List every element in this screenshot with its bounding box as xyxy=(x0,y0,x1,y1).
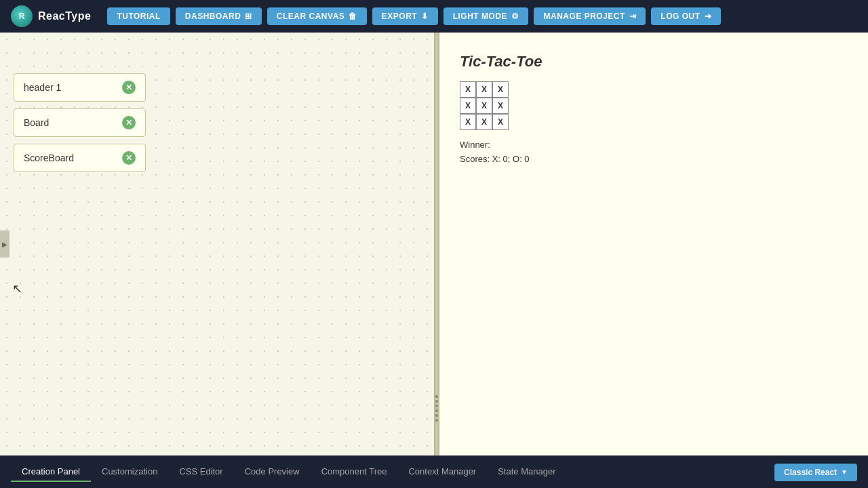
log-out-button[interactable]: LOG OUT ➜ xyxy=(651,7,721,25)
component-label-scoreboard: ScoreBoard xyxy=(24,152,74,163)
clear-canvas-button[interactable]: CLEAR CANVAS 🗑 xyxy=(267,7,367,25)
tab-code-preview[interactable]: Code Preview xyxy=(234,462,311,482)
preview-winner: Winner: xyxy=(460,140,848,150)
grid-icon: ⊞ xyxy=(245,12,252,21)
download-icon: ⬇ xyxy=(421,12,429,21)
close-icon-header1: ✕ xyxy=(125,83,132,92)
dashboard-button[interactable]: DASHBOARD ⊞ xyxy=(176,7,262,25)
logo-area: R ReacType xyxy=(11,5,91,27)
manage-project-button[interactable]: MANAGE PROJECT ⇥ xyxy=(534,7,646,25)
classic-react-button[interactable]: Classic React ▼ xyxy=(774,464,857,481)
settings-icon: ⚙ xyxy=(511,12,519,21)
divider-dot-4 xyxy=(435,409,438,412)
ttt-cell-8: X xyxy=(492,114,509,130)
divider-dot-6 xyxy=(435,419,438,422)
close-button-scoreboard[interactable]: ✕ xyxy=(122,151,136,165)
tab-customization[interactable]: Customization xyxy=(91,462,168,482)
ttt-board: X X X X X X X X X xyxy=(460,81,848,130)
component-label-header1: header 1 xyxy=(24,82,61,93)
canvas-panel[interactable]: ▶ ↖ header 1 ✕ Board ✕ ScoreBoard xyxy=(0,33,434,455)
export-button[interactable]: EXPORT ⬇ xyxy=(372,7,438,25)
tab-creation-panel[interactable]: Creation Panel xyxy=(11,462,91,482)
component-card-scoreboard[interactable]: ScoreBoard ✕ xyxy=(14,144,146,172)
bottom-bar: Creation Panel Customization CSS Editor … xyxy=(0,455,868,488)
app-name: ReacType xyxy=(38,10,91,22)
app-header: R ReacType TUTORIAL DASHBOARD ⊞ CLEAR CA… xyxy=(0,0,868,33)
filter-icon: ⇥ xyxy=(629,12,637,21)
preview-title: Tic-Tac-Toe xyxy=(460,53,848,70)
component-card-header1[interactable]: header 1 ✕ xyxy=(14,73,146,102)
tab-state-manager[interactable]: State Manager xyxy=(487,462,566,482)
divider-dot-3 xyxy=(435,405,438,407)
ttt-cell-4: X xyxy=(476,98,492,114)
close-button-board[interactable]: ✕ xyxy=(122,116,136,129)
logout-icon: ➜ xyxy=(705,12,712,21)
panel-divider[interactable] xyxy=(434,33,439,455)
ttt-cell-2: X xyxy=(492,81,509,98)
preview-scores: Scores: X: 0; O: 0 xyxy=(460,154,848,164)
tab-context-manager[interactable]: Context Manager xyxy=(397,462,487,482)
main-area: ▶ ↖ header 1 ✕ Board ✕ ScoreBoard xyxy=(0,33,868,455)
logo-icon: R xyxy=(11,5,33,27)
divider-dot-1 xyxy=(435,395,438,398)
tutorial-button[interactable]: TUTORIAL xyxy=(107,7,170,25)
ttt-cell-0: X xyxy=(460,81,476,98)
collapse-icon: ▶ xyxy=(2,241,7,248)
divider-dot-2 xyxy=(435,400,438,403)
divider-dot-5 xyxy=(435,414,438,417)
close-icon-board: ✕ xyxy=(125,118,132,127)
tab-css-editor[interactable]: CSS Editor xyxy=(168,462,233,482)
component-card-board[interactable]: Board ✕ xyxy=(14,108,146,137)
close-button-header1[interactable]: ✕ xyxy=(122,81,136,94)
preview-panel: Tic-Tac-Toe X X X X X X X X X Winner: Sc… xyxy=(439,33,868,455)
cursor-indicator: ↖ xyxy=(12,281,22,296)
trash-icon: 🗑 xyxy=(349,12,357,21)
components-area: header 1 ✕ Board ✕ ScoreBoard ✕ xyxy=(0,33,434,186)
chevron-down-icon: ▼ xyxy=(841,468,848,476)
ttt-cell-1: X xyxy=(476,81,492,98)
close-icon-scoreboard: ✕ xyxy=(125,153,132,163)
ttt-cell-5: X xyxy=(492,98,509,114)
panel-collapse-button[interactable]: ▶ xyxy=(0,230,9,258)
tab-component-tree[interactable]: Component Tree xyxy=(311,462,398,482)
ttt-cell-6: X xyxy=(460,114,476,130)
ttt-cell-7: X xyxy=(476,114,492,130)
ttt-cell-3: X xyxy=(460,98,476,114)
light-mode-button[interactable]: LIGHT MODE ⚙ xyxy=(443,7,529,25)
component-label-board: Board xyxy=(24,117,49,128)
divider-handle xyxy=(435,395,438,422)
